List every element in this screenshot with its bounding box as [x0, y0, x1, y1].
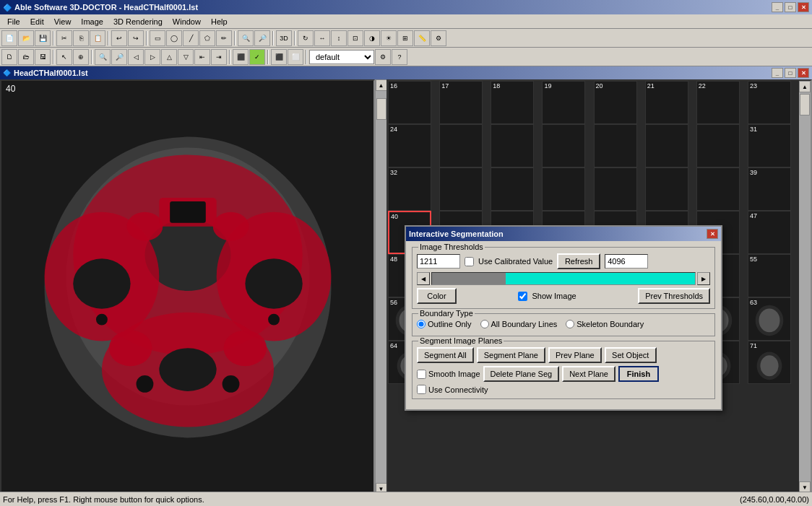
toolbar-btn-crop[interactable]: ⊡: [347, 30, 363, 46]
scroll-up-btn[interactable]: ▲: [376, 79, 387, 91]
toolbar-btn-rotate[interactable]: ↻: [298, 30, 314, 46]
toolbar-btn-nav3[interactable]: △: [161, 49, 177, 65]
thumb-47[interactable]: 47: [748, 211, 791, 254]
thumb-r2-4[interactable]: [542, 124, 585, 167]
toolbar-btn-new[interactable]: 📄: [1, 30, 17, 46]
toolbar-btn-copy[interactable]: ⎘: [73, 30, 89, 46]
segment-plane-button[interactable]: Segment Plane: [477, 347, 545, 363]
maximize-button[interactable]: □: [785, 2, 796, 12]
thumb-23[interactable]: 23: [748, 81, 791, 124]
next-plane-button[interactable]: Next Plane: [562, 366, 616, 382]
radio-all-boundary[interactable]: All Boundary Lines: [480, 320, 558, 328]
thumb-r2-2[interactable]: [439, 124, 483, 167]
thumb-r2-6[interactable]: [645, 124, 688, 167]
thumb-r2-5[interactable]: [594, 124, 637, 167]
color-button[interactable]: Color: [417, 288, 457, 304]
thumb-scroll-thumb[interactable]: [800, 94, 810, 115]
use-calibrated-checkbox[interactable]: [465, 257, 474, 266]
toolbar-btn-flip-v[interactable]: ↕: [331, 30, 347, 46]
segment-all-button[interactable]: Segment All: [417, 347, 474, 363]
menu-help[interactable]: Help: [207, 17, 232, 27]
toolbar-btn-nav6[interactable]: ⇥: [211, 49, 227, 65]
menu-window[interactable]: Window: [168, 17, 205, 27]
toolbar-btn-zoom-out[interactable]: 🔎: [254, 30, 270, 46]
toolbar-btn-rect[interactable]: ▭: [150, 30, 165, 46]
slider-track[interactable]: [431, 272, 696, 285]
toolbar-btn-z2[interactable]: 🔎: [111, 49, 127, 65]
refresh-button[interactable]: Refresh: [557, 253, 600, 269]
thumb-16[interactable]: 16: [388, 81, 431, 124]
radio-outline-only[interactable]: Outline Only: [417, 320, 472, 328]
toolbar-btn-contrast[interactable]: ◑: [364, 30, 380, 46]
inner-close-btn[interactable]: ✕: [798, 68, 809, 78]
toolbar-btn-cursor[interactable]: ⊕: [73, 49, 89, 65]
thumb-55[interactable]: 55: [748, 254, 791, 297]
thumb-71[interactable]: 71: [748, 341, 791, 384]
prev-plane-button[interactable]: Prev Plane: [548, 347, 602, 363]
toolbar-btn-new2[interactable]: 🗋: [1, 49, 17, 65]
thumb-24[interactable]: 24: [388, 124, 431, 167]
right-panel-vscrollbar[interactable]: ▲ ▼: [799, 81, 811, 493]
prev-thresholds-button[interactable]: Prev Thresholds: [638, 288, 710, 304]
toolbar-btn-zoom-in[interactable]: 🔍: [238, 30, 254, 46]
set-object-button[interactable]: Set Object: [605, 347, 657, 363]
app-title-controls[interactable]: _ □ ✕: [772, 2, 809, 12]
profile-dropdown[interactable]: defaultdefault: [309, 50, 374, 64]
thumb-39[interactable]: 39: [748, 167, 791, 211]
menu-file[interactable]: File: [3, 17, 25, 27]
menu-view[interactable]: View: [50, 17, 76, 27]
toolbar-btn-z1[interactable]: 🔍: [95, 49, 111, 65]
thumb-18[interactable]: 18: [491, 81, 534, 124]
thumb-21[interactable]: 21: [645, 81, 688, 124]
dialog-close-button[interactable]: ✕: [707, 229, 718, 239]
thumb-r3-7[interactable]: [696, 167, 740, 211]
scroll-thumb[interactable]: [376, 98, 386, 120]
toolbar-btn-bright[interactable]: ☀: [381, 30, 397, 46]
toolbar-btn-poly[interactable]: ⬠: [199, 30, 215, 46]
toolbar-btn-open2[interactable]: 🗁: [18, 49, 34, 65]
thumb-r2-7[interactable]: [696, 124, 740, 167]
dialog-title-bar[interactable]: Interactive Segmentation ✕: [406, 227, 721, 241]
toolbar-btn-save[interactable]: 💾: [35, 30, 51, 46]
slider-right-btn[interactable]: ▶: [697, 272, 710, 285]
toolbar-btn-freehand[interactable]: ✏: [216, 30, 232, 46]
toolbar-btn-save3[interactable]: ⬛: [271, 49, 287, 65]
toolbar-btn-cut[interactable]: ✂: [56, 30, 72, 46]
thumb-17[interactable]: 17: [439, 81, 483, 124]
toolbar-btn-nav2[interactable]: ▷: [144, 49, 160, 65]
toolbar-btn-flip[interactable]: ↔: [314, 30, 330, 46]
menu-image[interactable]: Image: [77, 17, 108, 27]
thumb-22[interactable]: 22: [696, 81, 740, 124]
menu-3d-rendering[interactable]: 3D Rendering: [109, 17, 167, 27]
show-image-checkbox[interactable]: [518, 292, 527, 301]
use-connectivity-checkbox[interactable]: [417, 385, 426, 394]
threshold-left-input[interactable]: [417, 254, 460, 269]
toolbar-btn-measure[interactable]: 📏: [414, 30, 430, 46]
thumb-31[interactable]: 31: [748, 124, 791, 167]
finish-button[interactable]: Finish: [618, 366, 659, 382]
toolbar-btn-profile[interactable]: ⚙: [375, 49, 391, 65]
toolbar-btn-help[interactable]: ?: [392, 49, 407, 65]
toolbar-btn-nav4[interactable]: ▽: [178, 49, 194, 65]
thumb-r3-5[interactable]: [594, 167, 637, 211]
toolbar-btn-settings[interactable]: ⚙: [431, 30, 446, 46]
radio-skeleton[interactable]: Skeleton Boundary: [566, 320, 644, 328]
thumb-r3-4[interactable]: [542, 167, 585, 211]
left-panel-vscrollbar[interactable]: ▲ ▼: [375, 79, 386, 494]
threshold-right-input[interactable]: [605, 254, 648, 269]
inner-maximize-btn[interactable]: □: [785, 68, 796, 78]
delete-plane-seg-button[interactable]: Delete Plane Seg: [483, 366, 560, 382]
toolbar-btn-redo[interactable]: ↪: [128, 30, 144, 46]
thumb-19[interactable]: 19: [542, 81, 585, 124]
thumb-r3-3[interactable]: [491, 167, 534, 211]
toolbar-btn-3d[interactable]: 3D: [276, 30, 292, 46]
toolbar-btn-ellipse[interactable]: ◯: [166, 30, 182, 46]
toolbar-btn-filter[interactable]: ⊞: [397, 30, 413, 46]
thumb-r3-2[interactable]: [439, 167, 483, 211]
inner-minimize-btn[interactable]: _: [772, 68, 783, 78]
thumb-20[interactable]: 20: [594, 81, 637, 124]
minimize-button[interactable]: _: [772, 2, 783, 12]
smooth-image-checkbox[interactable]: [417, 370, 426, 379]
toolbar-btn-nav5[interactable]: ⇤: [194, 49, 210, 65]
toolbar-btn-save2[interactable]: 🖫: [35, 49, 51, 65]
